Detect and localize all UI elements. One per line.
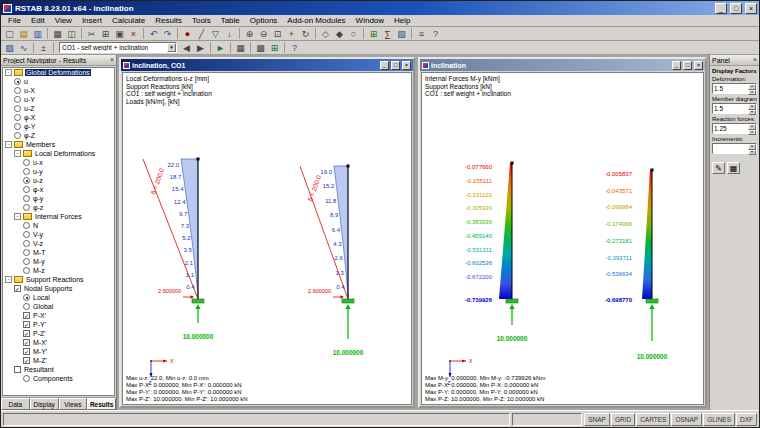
tree-item-internal-forces[interactable]: -Internal Forces: [3, 212, 114, 221]
combo-dropdown-icon[interactable]: ▼: [167, 43, 176, 52]
save-file-icon[interactable]: ▥: [31, 28, 44, 40]
delete-icon[interactable]: ×: [127, 28, 140, 40]
tree-item-m-z[interactable]: M-z: [3, 266, 114, 275]
radio-icon[interactable]: [23, 222, 30, 229]
panel-close-icon[interactable]: ×: [753, 56, 757, 64]
panel-caption[interactable]: Panel ×: [710, 55, 759, 66]
child-restore-button[interactable]: □: [391, 61, 400, 70]
tree-expander-icon[interactable]: -: [5, 69, 12, 76]
child-window-deformations[interactable]: inclination, CO1 _ □ × δ = 200.022.018.7…: [119, 57, 415, 408]
help-icon[interactable]: ?: [429, 28, 442, 40]
menu-tools[interactable]: Tools: [187, 16, 216, 25]
status-toggle-dxf[interactable]: DXF: [736, 413, 757, 426]
child-window-titlebar[interactable]: inclination, CO1 _ □ ×: [121, 59, 413, 71]
radio-icon[interactable]: [23, 159, 30, 166]
menu-file[interactable]: File: [3, 16, 26, 25]
menu-edit[interactable]: Edit: [26, 16, 50, 25]
tree-item-m-z[interactable]: ✓M-Z': [3, 356, 114, 365]
cut-icon[interactable]: ✂: [85, 28, 98, 40]
status-toggle-osnap[interactable]: OSNAP: [671, 413, 702, 426]
spinner-down-icon[interactable]: ▼: [748, 90, 756, 96]
panel-toggle-icon[interactable]: ▩: [254, 42, 267, 54]
menu-options[interactable]: Options: [245, 16, 283, 25]
child-window-titlebar[interactable]: inclination _ □ ×: [420, 59, 705, 71]
paste-icon[interactable]: ▣: [113, 28, 126, 40]
radio-icon[interactable]: [23, 204, 30, 211]
spinner-arrows[interactable]: ▲▼: [748, 124, 756, 133]
radio-icon[interactable]: [14, 114, 21, 121]
nav-tab-data[interactable]: Data: [1, 398, 30, 410]
checkbox-icon[interactable]: ✓: [23, 321, 30, 328]
results-icon[interactable]: ▨: [395, 28, 408, 40]
result-values-icon[interactable]: ±: [37, 42, 50, 54]
tree-item-global-deformations[interactable]: -Global Deformations: [3, 68, 114, 77]
print-graphic-icon[interactable]: ▦: [234, 42, 247, 54]
tree-expander-icon[interactable]: -: [14, 213, 21, 220]
tree-expander-icon[interactable]: -: [5, 276, 12, 283]
menu-add-on-modules[interactable]: Add-on Modules: [282, 16, 350, 25]
menu-window[interactable]: Window: [351, 16, 389, 25]
navigator-caption[interactable]: Project Navigator - Results ×: [1, 55, 116, 66]
new-node-icon[interactable]: ●: [181, 28, 194, 40]
tables-toggle-icon[interactable]: ⊞: [268, 42, 281, 54]
radio-icon[interactable]: [23, 186, 30, 193]
child-minimize-button[interactable]: _: [380, 61, 389, 70]
tree-item-x[interactable]: φ-x: [3, 185, 114, 194]
spinner-down-icon[interactable]: ▼: [748, 150, 756, 156]
help-2-icon[interactable]: ?: [288, 42, 301, 54]
settings-icon[interactable]: ≡: [415, 28, 428, 40]
tables-icon[interactable]: ⊞: [367, 28, 380, 40]
undo-icon[interactable]: ↶: [147, 28, 160, 40]
radio-icon[interactable]: [23, 249, 30, 256]
tree-item-v-y[interactable]: V-y: [3, 230, 114, 239]
graphics-canvas[interactable]: δ = 200.022.018.715.412.49.77.35.23.52.1…: [122, 72, 412, 405]
radio-icon[interactable]: [23, 195, 30, 202]
nav-tab-views[interactable]: Views: [59, 398, 88, 410]
radio-icon[interactable]: [14, 96, 21, 103]
zoom-out-icon[interactable]: ⊖: [257, 28, 270, 40]
panel-edit-button[interactable]: ✎: [712, 162, 725, 174]
spinner-down-icon[interactable]: ▼: [748, 110, 756, 116]
radio-icon[interactable]: [23, 168, 30, 175]
redo-icon[interactable]: ↷: [161, 28, 174, 40]
new-load-icon[interactable]: ↓: [223, 28, 236, 40]
rotate-view-icon[interactable]: ↻: [299, 28, 312, 40]
tree-item-u-y[interactable]: u-Y: [3, 95, 114, 104]
tree-item-v-z[interactable]: V-z: [3, 239, 114, 248]
tree-item-m-y[interactable]: ✓M-Y': [3, 347, 114, 356]
zoom-window-icon[interactable]: ⊡: [271, 28, 284, 40]
tree-item-u-z[interactable]: u-Z: [3, 104, 114, 113]
zoom-in-icon[interactable]: ⊕: [243, 28, 256, 40]
tree-item-resultant[interactable]: Resultant: [3, 365, 114, 374]
status-toggle-grid[interactable]: GRID: [611, 413, 635, 426]
tree-item-members[interactable]: -Members: [3, 140, 114, 149]
child-close-button[interactable]: ×: [402, 61, 411, 70]
tree-item-u-x[interactable]: u-x: [3, 158, 114, 167]
tree-expander-icon[interactable]: -: [14, 150, 21, 157]
child-restore-button[interactable]: □: [683, 61, 692, 70]
tree-item-n[interactable]: N: [3, 221, 114, 230]
radio-icon[interactable]: [23, 258, 30, 265]
show-results-icon[interactable]: ▨: [3, 42, 16, 54]
copy-icon[interactable]: ⊞: [99, 28, 112, 40]
checkbox-icon[interactable]: ✓: [23, 330, 30, 337]
checkbox-icon[interactable]: ✓: [14, 285, 21, 292]
spinner-arrows[interactable]: ▲▼: [748, 144, 756, 153]
graphics-canvas[interactable]: -0.077660-0.155111-0.231102-0.305939-0.3…: [421, 72, 704, 405]
tree-item-global[interactable]: Global: [3, 302, 114, 311]
status-toggle-glines[interactable]: GLINES: [703, 413, 735, 426]
status-toggle-cartes[interactable]: CARTES: [636, 413, 670, 426]
tree-item-z[interactable]: φ-z: [3, 203, 114, 212]
tree-item-m-y[interactable]: M-y: [3, 257, 114, 266]
radio-icon[interactable]: [23, 240, 30, 247]
tree-item-u[interactable]: u: [3, 77, 114, 86]
checkbox-icon[interactable]: ✓: [23, 348, 30, 355]
tree-item-m-t[interactable]: M-T: [3, 248, 114, 257]
tree-item-u-y[interactable]: u-y: [3, 167, 114, 176]
spinner-arrows[interactable]: ▲▼: [748, 84, 756, 93]
view-xz-icon[interactable]: ◆: [333, 28, 346, 40]
next-load-case-icon[interactable]: ▶: [194, 42, 207, 54]
radio-icon[interactable]: [23, 267, 30, 274]
radio-icon[interactable]: [23, 294, 30, 301]
open-file-icon[interactable]: ▤: [17, 28, 30, 40]
